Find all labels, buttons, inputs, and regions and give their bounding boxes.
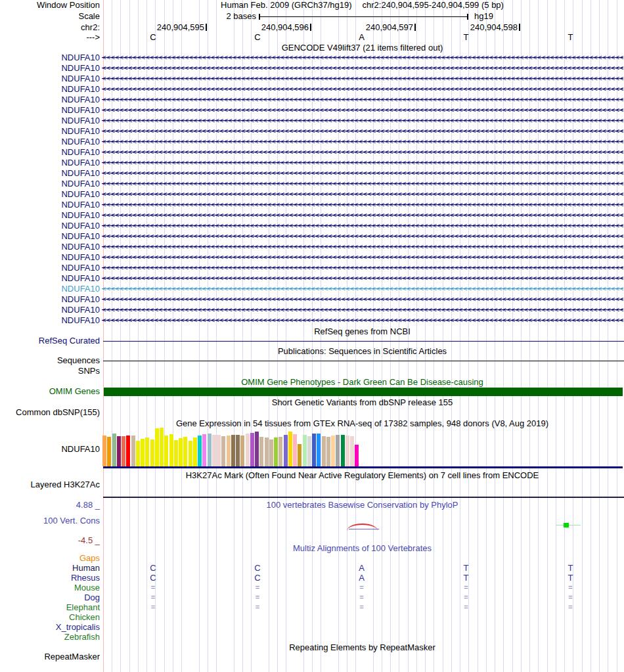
multiz-species-row[interactable]: RhesusCCATT [0,573,624,583]
gencode-transcript-label[interactable]: NDUFA10 [0,179,100,189]
gencode-transcript-row[interactable]: NDUFA10<<<<<<<<<<<<<<<<<<<<<<<<<<<<<<<<<… [0,242,624,252]
gtex-tissue-bar[interactable] [202,434,206,466]
gtex-tissue-bar[interactable] [169,434,173,466]
gencode-transcript-row[interactable]: NDUFA10<<<<<<<<<<<<<<<<<<<<<<<<<<<<<<<<<… [0,305,624,315]
transcript-exon-line[interactable]: <<<<<<<<<<<<<<<<<<<<<<<<<<<<<<<<<<<<<<<<… [102,63,623,74]
multiz-alignment-cell[interactable]: = [355,593,369,602]
gtex-tissue-bar[interactable] [341,435,345,466]
multiz-species-row[interactable]: Zebrafish [0,632,624,642]
gtex-tissue-bar[interactable] [189,441,192,466]
multiz-alignment-cell[interactable]: = [355,602,369,612]
gencode-transcript-row[interactable]: NDUFA10<<<<<<<<<<<<<<<<<<<<<<<<<<<<<<<<<… [0,158,624,168]
gtex-tissue-bar[interactable] [150,439,154,466]
multiz-alignment-cell[interactable]: C [146,563,160,573]
sequence-row[interactable]: ---> CCATT [0,33,624,42]
gencode-transcript-label[interactable]: NDUFA10 [0,147,100,158]
transcript-exon-line[interactable]: <<<<<<<<<<<<<<<<<<<<<<<<<<<<<<<<<<<<<<<<… [102,189,623,200]
multiz-alignment-cell[interactable]: = [564,583,578,593]
gencode-transcript-row[interactable]: NDUFA10<<<<<<<<<<<<<<<<<<<<<<<<<<<<<<<<<… [0,284,624,294]
gtex-tissue-bar[interactable] [131,436,135,466]
gencode-transcript-row[interactable]: NDUFA10<<<<<<<<<<<<<<<<<<<<<<<<<<<<<<<<<… [0,116,624,126]
transcript-exon-line[interactable]: <<<<<<<<<<<<<<<<<<<<<<<<<<<<<<<<<<<<<<<<… [102,210,623,221]
gencode-transcript-label[interactable]: NDUFA10 [0,294,100,305]
gtex-tissue-bar[interactable] [274,437,278,466]
gtex-tissue-bar[interactable] [298,444,301,466]
gtex-tissue-bar[interactable] [208,434,212,466]
gtex-tissue-bar[interactable] [102,436,106,466]
gencode-transcript-label[interactable]: NDUFA10 [0,116,100,126]
gtex-tissue-bar[interactable] [198,436,202,466]
gtex-tissue-bar[interactable] [227,436,231,466]
gencode-transcript-label[interactable]: NDUFA10 [0,53,100,63]
multiz-species-label[interactable]: Gaps [0,553,100,563]
gencode-transcript-label[interactable]: NDUFA10 [0,158,100,168]
gencode-transcript-row[interactable]: NDUFA10<<<<<<<<<<<<<<<<<<<<<<<<<<<<<<<<<… [0,210,624,221]
gtex-tissue-bar[interactable] [250,433,254,466]
refseq-row[interactable]: RefSeq Curated [0,336,624,346]
gencode-transcript-label[interactable]: NDUFA10 [0,63,100,74]
refseq-curated-label[interactable]: RefSeq Curated [0,336,100,346]
gencode-transcript-label[interactable]: NDUFA10 [0,137,100,147]
multiz-alignment-cell[interactable]: = [250,593,265,602]
transcript-exon-line[interactable]: <<<<<<<<<<<<<<<<<<<<<<<<<<<<<<<<<<<<<<<<… [102,315,623,326]
gencode-transcript-label[interactable]: NDUFA10 [0,305,100,315]
gencode-transcript-label[interactable]: NDUFA10 [0,95,100,105]
gtex-tissue-bar[interactable] [255,432,259,466]
gencode-transcript-row[interactable]: NDUFA10<<<<<<<<<<<<<<<<<<<<<<<<<<<<<<<<<… [0,147,624,158]
transcript-exon-line[interactable]: <<<<<<<<<<<<<<<<<<<<<<<<<<<<<<<<<<<<<<<<… [102,84,623,95]
multiz-alignment-cell[interactable]: = [146,583,160,593]
multiz-species-row[interactable]: X_tropicalis [0,622,624,632]
multiz-species-row[interactable]: HumanCCATT [0,563,624,573]
gencode-transcript-row[interactable]: NDUFA10<<<<<<<<<<<<<<<<<<<<<<<<<<<<<<<<<… [0,95,624,105]
gencode-transcript-row[interactable]: NDUFA10<<<<<<<<<<<<<<<<<<<<<<<<<<<<<<<<<… [0,63,624,74]
gtex-tissue-bar[interactable] [212,435,216,466]
multiz-species-label[interactable]: X_tropicalis [0,622,100,632]
gtex-tissue-bar[interactable] [174,440,178,466]
gtex-tissue-bar[interactable] [183,437,187,466]
gtex-tissue-bar[interactable] [355,445,359,466]
layered-h3k27ac-label[interactable]: Layered H3K27Ac [0,480,100,489]
multiz-alignment-cell[interactable]: A [355,563,369,573]
multiz-alignment-cell[interactable]: = [564,593,578,602]
gencode-transcript-row[interactable]: NDUFA10<<<<<<<<<<<<<<<<<<<<<<<<<<<<<<<<<… [0,221,624,231]
gencode-transcript-row[interactable]: NDUFA10<<<<<<<<<<<<<<<<<<<<<<<<<<<<<<<<<… [0,315,624,326]
multiz-species-row[interactable]: Mouse===== [0,583,624,593]
gtex-tissue-bar[interactable] [112,434,116,466]
multiz-alignment-cell[interactable]: = [355,583,369,593]
multiz-species-row[interactable]: Chicken [0,612,624,622]
transcript-exon-line[interactable]: <<<<<<<<<<<<<<<<<<<<<<<<<<<<<<<<<<<<<<<<… [102,284,623,294]
gtex-tissue-bar[interactable] [259,437,263,466]
multiz-alignment-cell[interactable]: = [459,583,474,593]
gtex-tissue-bar[interactable] [155,428,159,466]
gtex-tissue-bar[interactable] [117,436,121,466]
multiz-alignment-cell[interactable]: T [564,573,578,583]
multiz-alignment-cell[interactable]: T [459,563,474,573]
gtex-tissue-bar[interactable] [326,437,330,466]
gtex-tissue-bar[interactable] [221,436,225,466]
gtex-tissue-bar[interactable] [160,428,164,466]
multiz-species-label[interactable]: Zebrafish [0,632,100,642]
transcript-exon-line[interactable]: <<<<<<<<<<<<<<<<<<<<<<<<<<<<<<<<<<<<<<<<… [102,294,623,305]
gtex-tissue-bar[interactable] [317,434,321,466]
gtex-tissue-bar[interactable] [303,435,307,466]
repeatmasker-row[interactable]: RepeatMasker [0,652,624,661]
gtex-tissue-bar[interactable] [179,438,183,466]
gencode-transcript-label[interactable]: NDUFA10 [0,84,100,95]
gtex-tissue-bar[interactable] [246,434,250,466]
multiz-species-label[interactable]: Elephant [0,602,100,612]
gencode-transcript-row[interactable]: NDUFA10<<<<<<<<<<<<<<<<<<<<<<<<<<<<<<<<<… [0,273,624,284]
transcript-exon-line[interactable]: <<<<<<<<<<<<<<<<<<<<<<<<<<<<<<<<<<<<<<<<… [102,242,623,252]
multiz-alignment-cell[interactable]: A [355,573,369,583]
transcript-exon-line[interactable]: <<<<<<<<<<<<<<<<<<<<<<<<<<<<<<<<<<<<<<<<… [102,116,623,126]
transcript-exon-line[interactable]: <<<<<<<<<<<<<<<<<<<<<<<<<<<<<<<<<<<<<<<<… [102,105,623,116]
multiz-species-label[interactable]: Rhesus [0,573,100,583]
gencode-transcript-row[interactable]: NDUFA10<<<<<<<<<<<<<<<<<<<<<<<<<<<<<<<<<… [0,179,624,189]
gencode-transcript-label[interactable]: NDUFA10 [0,273,100,284]
snps-label[interactable]: SNPs [0,367,100,376]
multiz-alignment-cell[interactable]: C [146,573,160,583]
gencode-transcript-label[interactable]: NDUFA10 [0,168,100,179]
multiz-alignment-cell[interactable]: = [459,602,474,612]
multiz-species-row[interactable]: Elephant===== [0,602,624,612]
gencode-transcript-label[interactable]: NDUFA10 [0,189,100,200]
multiz-alignment-cell[interactable]: T [564,563,578,573]
